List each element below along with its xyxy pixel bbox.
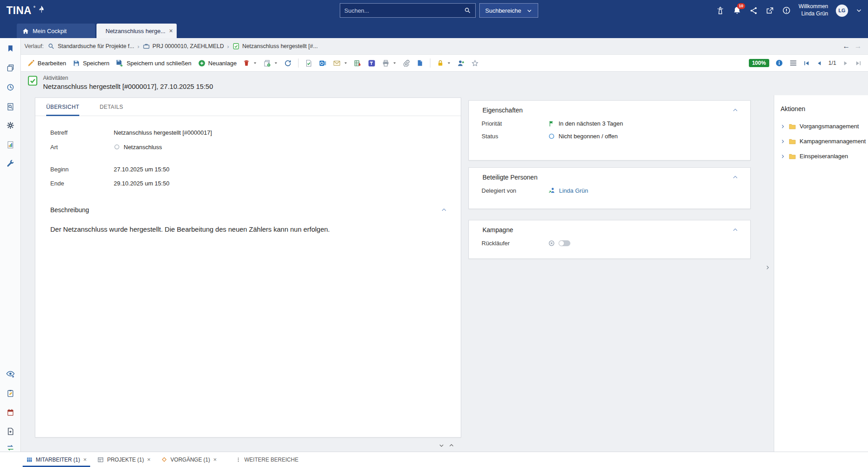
send-mail-button[interactable]: [333, 59, 347, 67]
outlook-button[interactable]: [319, 59, 327, 67]
export-button[interactable]: [354, 59, 362, 67]
bottom-tab-label: MITARBEITER (1): [36, 457, 80, 463]
document-button[interactable]: [416, 59, 424, 67]
rail-tasks-button[interactable]: [6, 389, 14, 398]
teams-button[interactable]: [368, 59, 376, 67]
rail-reports-button[interactable]: [6, 141, 14, 149]
history-forward-button[interactable]: →: [854, 42, 862, 50]
refresh-button[interactable]: [284, 59, 292, 67]
card-collapse-button[interactable]: [732, 227, 738, 233]
bottom-tab-weitere-bereiche[interactable]: WEITERE BEREICHE: [230, 452, 304, 467]
share-button[interactable]: [749, 6, 758, 15]
attachment-button[interactable]: [403, 59, 410, 67]
last-record-button[interactable]: [855, 60, 862, 67]
floppy-close-icon: [116, 59, 124, 67]
edit-button[interactable]: Bearbeiten: [27, 59, 66, 67]
swap-arrows-icon: [6, 443, 14, 452]
document-plus-icon: [6, 427, 14, 436]
beacon-button[interactable]: [716, 6, 725, 15]
first-record-button[interactable]: [803, 60, 810, 67]
next-record-button[interactable]: [842, 60, 849, 67]
row-value[interactable]: In den nächsten 3 Tagen: [548, 120, 623, 127]
create-new-button[interactable]: Neuanlage: [198, 59, 237, 67]
rail-search-document-button[interactable]: [6, 102, 14, 111]
bottom-tab-projekte[interactable]: PROJEKTE (1) ×: [92, 452, 156, 467]
caret-down-icon: [344, 61, 347, 65]
history-back-button[interactable]: ←: [843, 42, 850, 50]
rail-history-button[interactable]: [6, 83, 14, 92]
card-collapse-button[interactable]: [732, 107, 738, 113]
search-scope-button[interactable]: Suchbereiche: [479, 3, 538, 18]
record-toolbar: Bearbeiten Speichern Speichern und schli…: [21, 54, 868, 72]
search-input[interactable]: [344, 7, 464, 14]
delete-button[interactable]: [243, 59, 257, 67]
collapse-up-button[interactable]: [448, 443, 454, 448]
person-plus-icon: [457, 59, 465, 67]
ruecklaeufer-toggle[interactable]: [559, 240, 570, 246]
breadcrumb-item-activity[interactable]: Netzanschluss hergestellt [#...: [232, 43, 318, 50]
rail-watch-button[interactable]: [6, 370, 15, 379]
field-value[interactable]: 29.10.2025 um 15:50: [114, 180, 169, 187]
floppy-icon: [72, 59, 80, 67]
rail-bookmarks-button[interactable]: [6, 44, 14, 53]
notifications-button[interactable]: 10: [733, 6, 742, 15]
help-button[interactable]: [782, 6, 791, 15]
bottom-tabbar: MITARBEITER (1) × PROJEKTE (1) × VORGÄNG…: [0, 452, 868, 467]
tab-details[interactable]: DETAILS: [100, 98, 123, 116]
aktionen-expander-button[interactable]: [765, 264, 770, 271]
zoom-badge[interactable]: 100%: [749, 59, 769, 67]
tab-netzanschluss[interactable]: Netzanschluss herge... ×: [96, 24, 177, 38]
bottom-tab-close-button[interactable]: ×: [147, 456, 151, 463]
bottom-tab-close-button[interactable]: ×: [213, 456, 217, 463]
description-collapse-button[interactable]: [441, 207, 447, 213]
field-label: Ende: [50, 180, 114, 187]
description-text[interactable]: Der Netzanschluss wurde hergestellt. Die…: [50, 225, 447, 233]
delegiert-link[interactable]: Linda Grün: [559, 187, 588, 194]
bottom-tab-mitarbeiter[interactable]: MITARBEITER (1) ×: [21, 452, 92, 467]
copy-button[interactable]: [263, 59, 278, 67]
share-icon: [749, 6, 758, 15]
tab-close-button[interactable]: ×: [169, 28, 173, 34]
card-title: Beteiligte Personen: [469, 168, 750, 181]
open-external-button[interactable]: [766, 6, 774, 15]
save-button[interactable]: Speichern: [72, 59, 110, 67]
aktion-einspeiseranlagen[interactable]: Einspeiseranlagen: [781, 149, 868, 164]
rail-tools-button[interactable]: [6, 160, 14, 168]
rail-settings-button[interactable]: [6, 121, 14, 130]
rail-sync-button[interactable]: [6, 443, 14, 452]
collapse-down-button[interactable]: [439, 443, 444, 448]
search-box[interactable]: [340, 3, 476, 18]
activity-check-icon: [232, 43, 240, 50]
favorite-button[interactable]: [471, 59, 479, 67]
rail-calendar-button[interactable]: [6, 408, 14, 417]
breadcrumb-item-project[interactable]: PRJ 0000010, ZAEHLMELD: [143, 43, 224, 50]
avatar[interactable]: LG: [836, 5, 848, 17]
rail-windows-button[interactable]: [6, 63, 14, 72]
card-collapse-button[interactable]: [732, 174, 738, 180]
user-menu-button[interactable]: [856, 7, 862, 14]
search-icon[interactable]: [464, 7, 471, 14]
diamond-icon: [161, 457, 167, 462]
row-value[interactable]: Nicht begonnen / offen: [548, 133, 618, 140]
tab-mein-cockpit[interactable]: Mein Cockpit: [17, 24, 95, 38]
toolbar-separator: [430, 58, 430, 68]
previous-record-button[interactable]: [816, 60, 823, 67]
field-value[interactable]: 27.10.2025 um 15:50: [114, 166, 169, 173]
print-button[interactable]: [382, 59, 396, 67]
bottom-tab-vorgaenge[interactable]: VORGÄNGE (1) ×: [156, 452, 222, 467]
field-value[interactable]: Netzanschluss: [114, 144, 162, 151]
tab-uebersicht[interactable]: ÜBERSICHT: [46, 98, 79, 116]
rail-new-document-button[interactable]: [6, 427, 14, 436]
aktion-kampagnenmanagement[interactable]: Kampagnenmanagement: [781, 134, 868, 149]
permissions-button[interactable]: [437, 59, 451, 67]
aktion-vorgangsmanagement[interactable]: Vorgangsmanagement: [781, 119, 868, 134]
save-and-close-button[interactable]: Speichern und schließen: [116, 59, 191, 67]
field-value[interactable]: Netzanschluss hergestellt [#0000017]: [114, 129, 212, 136]
add-participant-button[interactable]: [457, 59, 465, 67]
menu-button[interactable]: [789, 59, 797, 67]
bottom-tab-close-button[interactable]: ×: [83, 456, 87, 463]
approve-document-button[interactable]: [305, 59, 313, 67]
info-button[interactable]: [775, 59, 783, 67]
breadcrumb-item-search[interactable]: Standardsuche für Projekte f...: [48, 43, 134, 50]
search-history-icon: [48, 43, 55, 50]
